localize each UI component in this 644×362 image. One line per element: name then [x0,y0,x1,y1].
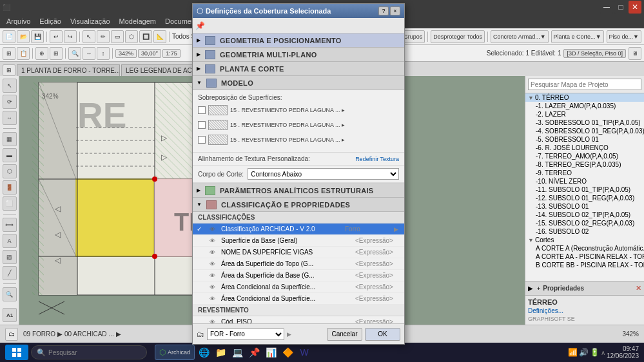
tool-arrow[interactable]: ↖ [3,79,17,93]
tree-item-cortes[interactable]: ▼ Cortes [525,236,644,244]
tool-fill[interactable]: ▨ [3,250,17,264]
class-item-superficie[interactable]: 👁 Superfície da Base (Geral) <Expressão> [193,235,404,247]
tool-roof[interactable]: ⬡ [3,164,17,178]
modal-help-btn[interactable]: ? [378,6,389,15]
tool-text[interactable]: A [3,234,17,248]
view-2d-btn[interactable]: ⊞ [3,47,15,60]
menu-modelagem[interactable]: Modelagem [115,16,160,26]
view-plan-btn[interactable]: 📋 [17,47,30,60]
taskbar-app2[interactable]: 💻 [229,345,245,360]
tool-slab[interactable]: ▬ [3,148,17,162]
tree-item-terreo-amo[interactable]: -7. TERREO_AMO(P,A,0.05) [525,152,644,160]
project-search[interactable] [528,79,641,90]
properties-close-icon[interactable]: ✕ [636,284,641,292]
cut-body-select[interactable]: Contornos Abaixo [248,168,399,180]
taskbar-app4[interactable]: 📊 [263,345,278,360]
tool-wall[interactable]: ▦ [3,132,17,146]
tool1-btn[interactable]: ✏ [97,30,110,43]
taskbar-app3[interactable]: 📌 [246,345,262,360]
class-item-cod-piso[interactable]: 👁 Cód. PISO <Expressão> [193,316,404,323]
battery-icon[interactable]: 🔋 [590,348,600,357]
status-layer-btn[interactable]: 🗂 [5,328,18,341]
tool-stretch[interactable]: ↔ [3,111,17,125]
class-item-cond2[interactable]: 👁 Área Condicional da Superfície... <Exp… [193,293,404,305]
layer-arrow[interactable]: ▶ [287,331,291,338]
section-floor-cut[interactable]: ▶ PLANTA E CORTE [193,62,404,76]
pin-icon[interactable]: 📌 [195,21,205,30]
undo-btn[interactable]: ↩ [50,30,63,43]
tree-item-corte-aa[interactable]: A CORTE AA - PISCINA RELAX - TORRE... [525,252,644,261]
tree-item-terreo-reg[interactable]: -8. TERREO_REG(P,A,0.035) [525,160,644,169]
class-item-cond1[interactable]: 👁 Área Condicional da Superfície... <Exp… [193,281,404,293]
nav-btn2[interactable]: ↔ [83,47,95,60]
menu-visualizacao[interactable]: Visualização [66,16,114,26]
tool-a1[interactable]: A1 [3,308,17,322]
hide-icons-btn[interactable]: ∧ [601,349,605,356]
tab-planta[interactable]: 1 PLANTA DE FORRO - TORRE... [17,64,120,76]
tree-item-corte-bb[interactable]: B CORTE BB - PISCINA RELAX - TORRE... [525,261,644,269]
tree-item-sobressolo-reg[interactable]: -4. SOBRESSOLO 01_REG(P,A,0.03) [525,127,644,135]
tree-item-jose[interactable]: -6. R. JOSÉ LOURENÇO [525,144,644,152]
concrete-selector[interactable]: Concreto Armad...▼ [491,30,548,43]
tool-dim[interactable]: ⟺ [3,218,17,232]
tree-item-sobressolo[interactable]: -5. SOBRESSOLO 01 [525,135,644,144]
select-btn[interactable]: ↖ [83,30,95,43]
section-analytical[interactable]: ▶ PARÂMETROS ANALÍTICOS ESTRUTURAIS [193,184,404,198]
open-btn[interactable]: 📂 [17,30,30,43]
nav-btn1[interactable]: 🔍 [68,47,81,60]
3d-view-btn[interactable]: [3D / Seleção, Piso 0] [563,49,626,58]
tool-zoom-in[interactable]: 🔍 [3,287,17,301]
tree-item-lazer[interactable]: -2. LAZER [525,110,644,119]
volume-icon[interactable]: 🔊 [579,348,589,357]
minimize-btn[interactable]: ─ [600,1,613,14]
class-item-nome-superficie[interactable]: 👁 NOME DA SUPERFÍCIE VIGAS <Expressão> [193,247,404,258]
unprotect-btn[interactable]: Desproteger Todos [431,30,485,43]
tool2-btn[interactable]: ▭ [111,30,124,43]
new-btn[interactable]: 📄 [3,30,15,43]
tree-item-sobressolo-tip[interactable]: -3. SOBRESSOLO 01_TIP(P,A,0.05) [525,119,644,127]
definitions-link[interactable]: Definições... [528,307,641,314]
tool-line[interactable]: ╱ [3,266,17,280]
cancel-btn[interactable]: Cancelar [327,328,362,341]
tree-item-sub02-reg[interactable]: -15. SUBSOLO 02_REG(P,A,0.03) [525,219,644,227]
save-btn[interactable]: 💾 [31,30,44,43]
taskbar-app-archicad[interactable]: ⬡ Archicad [155,345,195,360]
layer-select[interactable]: FOR - Forro [207,329,284,340]
surface-check-2[interactable] [198,121,206,129]
modal-close-btn[interactable]: × [390,6,400,15]
tree-item-sub01-tip[interactable]: -11. SUBSOLO 01_TIP(P,A,0.05) [525,186,644,194]
tool-window[interactable]: ⬜ [3,196,17,211]
tree-item-nivel-zero[interactable]: -10. NÍVEL ZERO [525,177,644,186]
menu-edicao[interactable]: Edição [35,16,65,26]
floor-selector2[interactable]: Piso de...▼ [607,30,641,43]
taskbar-chrome-icon[interactable]: 🌐 [196,345,211,360]
tool3-btn[interactable]: ⬡ [125,30,138,43]
menu-arquivo[interactable]: Arquivo [3,16,34,26]
tree-item-sub01-reg[interactable]: -12. SUBSOLO 01_REG(P,A,0.03) [525,194,644,202]
tool5-btn[interactable]: 📐 [153,30,166,43]
plant-cut-selector[interactable]: Planta e Corte...▼ [551,30,604,43]
tools-panel-toggle[interactable]: ⊞ [3,64,15,76]
tree-item-corte-a[interactable]: A CORTE A (Reconstrução Automátic... [525,244,644,252]
redo-btn[interactable]: ↪ [64,30,77,43]
tree-item-sub01[interactable]: -13. SUBSOLO 01 [525,202,644,211]
surface-check-1[interactable] [198,106,206,114]
tool-rotate[interactable]: ⟳ [3,95,17,109]
tree-item-terreo2[interactable]: -9. TERREO [525,169,644,177]
section-model[interactable]: ▼ MODELO [193,76,404,90]
view-extra-btn[interactable]: 🖥 [629,47,641,60]
network-icon[interactable]: 📶 [568,348,578,357]
tree-item-sub02-tip[interactable]: -14. SUBSOLO 02_TIP(P,A,0.05) [525,211,644,219]
taskbar-app6[interactable]: W [297,345,312,360]
tree-item-lazer-amo[interactable]: -1. LAZER_AMO(P,A,0.035) [525,102,644,110]
taskbar-search-box[interactable]: 🔍 Pesquisar [31,345,147,359]
maximize-btn[interactable]: □ [614,1,627,14]
snap-btn[interactable]: ⊕ [35,47,48,60]
tool4-btn[interactable]: 🔲 [139,30,152,43]
grid-btn[interactable]: ⊞ [50,47,63,60]
class-item-area-topo[interactable]: 👁 Área da Superfície do Topo (G... <Expr… [193,258,404,270]
section-classification[interactable]: ▼ CLASSIFICAÇÃO E PROPRIEDADES [193,198,404,212]
ok-btn[interactable]: OK [365,328,400,341]
taskbar-app5[interactable]: 🔶 [280,345,295,360]
redefine-texture-btn[interactable]: Redefinir Textura [355,156,399,162]
